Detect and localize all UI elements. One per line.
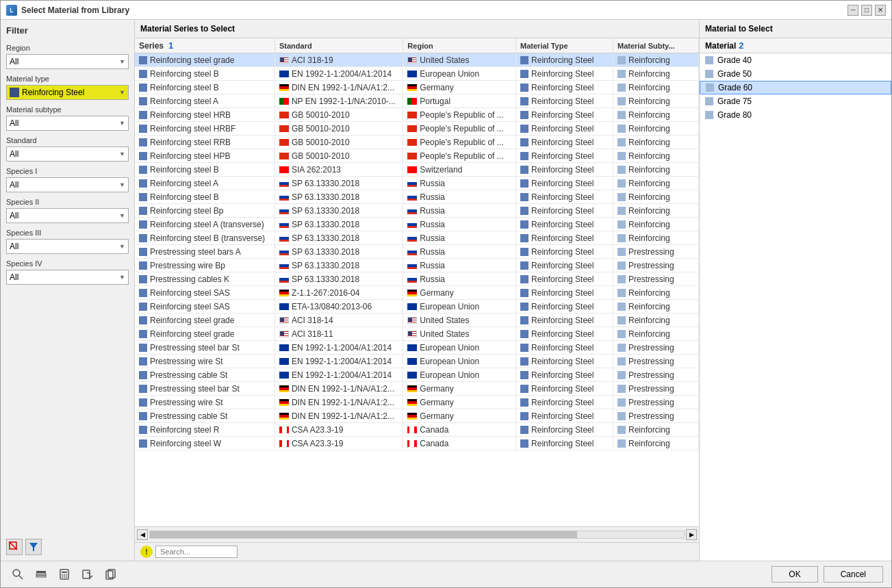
cell-mattype-0: Reinforcing Steel: [516, 53, 613, 67]
table-row[interactable]: Reinforcing steel W CSA A23.3-19 Canada …: [135, 437, 699, 450]
standard-select[interactable]: All ▼: [6, 146, 129, 162]
material-item[interactable]: Grade 80: [700, 108, 891, 122]
filter-reset-button[interactable]: [6, 539, 23, 555]
table-row[interactable]: Reinforcing steel R CSA A23.3-19 Canada …: [135, 423, 699, 437]
table-row[interactable]: Prestressing steel bar St DIN EN 1992-1-…: [135, 382, 699, 396]
table-row[interactable]: Prestressing wire St DIN EN 1992-1-1/NA/…: [135, 396, 699, 409]
table-row[interactable]: Reinforcing steel A (transverse) SP 63.1…: [135, 218, 699, 231]
table-row[interactable]: Reinforcing steel HPB GB 50010-2010 Peop…: [135, 149, 699, 163]
series-table-container[interactable]: Series 1 Standard Region Material Type M…: [135, 38, 699, 526]
matsub-icon-5: [617, 125, 626, 133]
species2-select[interactable]: All ▼: [6, 208, 129, 223]
material-item[interactable]: Grade 60: [700, 81, 891, 94]
search-box[interactable]: [155, 546, 238, 558]
matsub-icon-14: [617, 248, 626, 256]
species4-select[interactable]: All ▼: [6, 270, 129, 285]
matsub-icon-21: [617, 344, 626, 352]
scroll-left-button[interactable]: ◀: [137, 529, 148, 540]
mattype-icon-19: [520, 316, 528, 324]
region-flag-7: [407, 153, 417, 159]
scroll-right-button[interactable]: ▶: [686, 529, 697, 540]
material-item[interactable]: Grade 40: [700, 53, 891, 67]
table-row[interactable]: Prestressing steel bar St EN 1992-1-1:20…: [135, 341, 699, 355]
search-input[interactable]: [160, 548, 233, 556]
table-row[interactable]: Reinforcing steel B SIA 262:2013 Switzer…: [135, 163, 699, 177]
matsub-icon-12: [617, 220, 626, 229]
table-row[interactable]: Reinforcing steel HRBF GB 50010-2010 Peo…: [135, 122, 699, 136]
cell-mattype-23: Reinforcing Steel: [516, 368, 613, 382]
cell-mattype-24: Reinforcing Steel: [516, 382, 613, 396]
table-row[interactable]: Reinforcing steel B SP 63.13330.2018 Rus…: [135, 190, 699, 204]
calc-tool-button[interactable]: [55, 565, 73, 583]
cancel-button[interactable]: Cancel: [824, 566, 883, 583]
maximize-button[interactable]: □: [861, 5, 872, 16]
species1-select[interactable]: All ▼: [6, 177, 129, 192]
series-scrollbar-area: ◀ ▶: [135, 526, 699, 542]
table-row[interactable]: Prestressing wire St EN 1992-1-1:2004/A1…: [135, 355, 699, 368]
table-row[interactable]: Reinforcing steel B (transverse) SP 63.1…: [135, 231, 699, 245]
table-row[interactable]: Reinforcing steel B DIN EN 1992-1-1/NA/A…: [135, 81, 699, 94]
table-row[interactable]: Reinforcing steel Bp SP 63.13330.2018 Ru…: [135, 204, 699, 218]
table-tool-button[interactable]: [32, 565, 50, 583]
table-row[interactable]: Reinforcing steel grade ACI 318-14 Unite…: [135, 314, 699, 327]
material-panel-header: Material to Select: [700, 20, 891, 38]
cell-standard-19: ACI 318-14: [275, 314, 403, 327]
row-icon-12: [139, 220, 147, 229]
species4-value: All: [10, 272, 18, 282]
matsub-icon-18: [617, 303, 626, 311]
table-row[interactable]: Reinforcing steel A NP EN 1992-1-1/NA:20…: [135, 94, 699, 108]
table-row[interactable]: Prestressing wire Bp SP 63.13330.2018 Ru…: [135, 259, 699, 272]
svg-rect-9: [62, 572, 67, 573]
table-row[interactable]: Reinforcing steel A SP 63.13330.2018 Rus…: [135, 177, 699, 190]
cell-region-11: Russia: [403, 204, 516, 218]
table-row[interactable]: Reinforcing steel SAS Z-1.1-267:2016-04 …: [135, 286, 699, 300]
species2-dropdown-arrow: ▼: [119, 212, 125, 219]
species4-dropdown-arrow: ▼: [119, 274, 125, 281]
mattype-icon-0: [520, 56, 528, 64]
table-row[interactable]: Prestressing cable St DIN EN 1992-1-1/NA…: [135, 409, 699, 423]
table-row[interactable]: Reinforcing steel RRB GB 50010-2010 Peop…: [135, 136, 699, 149]
row-icon-13: [139, 234, 147, 242]
table-row[interactable]: Reinforcing steel SAS ETA-13/0840:2013-0…: [135, 300, 699, 314]
cell-region-9: Russia: [403, 177, 516, 190]
material-type-select[interactable]: Reinforcing Steel ▼: [6, 85, 129, 100]
cell-series-11: Reinforcing steel Bp: [135, 204, 275, 218]
svg-point-10: [62, 574, 63, 576]
copy-tool-button[interactable]: [102, 565, 120, 583]
row-icon-25: [139, 398, 147, 407]
table-row[interactable]: Reinforcing steel grade ACI 318-19 Unite…: [135, 53, 699, 67]
cell-standard-15: SP 63.13330.2018: [275, 259, 403, 272]
cell-series-13: Reinforcing steel B (transverse): [135, 231, 275, 245]
close-button[interactable]: ✕: [875, 5, 886, 16]
matsub-icon-1: [617, 70, 626, 78]
table-row[interactable]: Prestressing cables K SP 63.13330.2018 R…: [135, 272, 699, 286]
material-item[interactable]: Grade 50: [700, 67, 891, 81]
table-row[interactable]: Prestressing cable St EN 1992-1-1:2004/A…: [135, 368, 699, 382]
material-item[interactable]: Grade 75: [700, 94, 891, 108]
table-row[interactable]: Prestressing steel bars A SP 63.13330.20…: [135, 245, 699, 259]
cell-mattype-22: Reinforcing Steel: [516, 355, 613, 368]
horizontal-scrollbar[interactable]: [149, 531, 685, 539]
table-row[interactable]: Reinforcing steel HRB GB 50010-2010 Peop…: [135, 108, 699, 122]
search-tool-button[interactable]: [9, 565, 27, 583]
cell-series-16: Prestressing cables K: [135, 272, 275, 286]
cell-series-8: Reinforcing steel B: [135, 163, 275, 177]
material-subtype-select[interactable]: All ▼: [6, 116, 129, 131]
main-window: L Select Material from Library ─ □ ✕ Fil…: [0, 0, 892, 588]
material-item-label-3: Grade 75: [717, 97, 752, 106]
cell-series-7: Reinforcing steel HPB: [135, 149, 275, 163]
region-select[interactable]: All ▼: [6, 54, 129, 69]
cell-matsub-26: Prestressing: [613, 409, 699, 423]
mattype-icon-2: [520, 84, 528, 92]
table-row[interactable]: Reinforcing steel B EN 1992-1-1:2004/A1:…: [135, 67, 699, 81]
cell-mattype-21: Reinforcing Steel: [516, 341, 613, 355]
minimize-button[interactable]: ─: [848, 5, 858, 16]
species3-select[interactable]: All ▼: [6, 239, 129, 254]
cell-matsub-12: Reinforcing: [613, 218, 699, 231]
table-row[interactable]: Reinforcing steel grade ACI 318-11 Unite…: [135, 327, 699, 341]
filter-apply-button[interactable]: [25, 539, 42, 555]
region-flag-13: [407, 235, 417, 242]
mattype-icon-23: [520, 371, 528, 379]
import-tool-button[interactable]: [79, 565, 97, 583]
ok-button[interactable]: OK: [772, 566, 817, 583]
